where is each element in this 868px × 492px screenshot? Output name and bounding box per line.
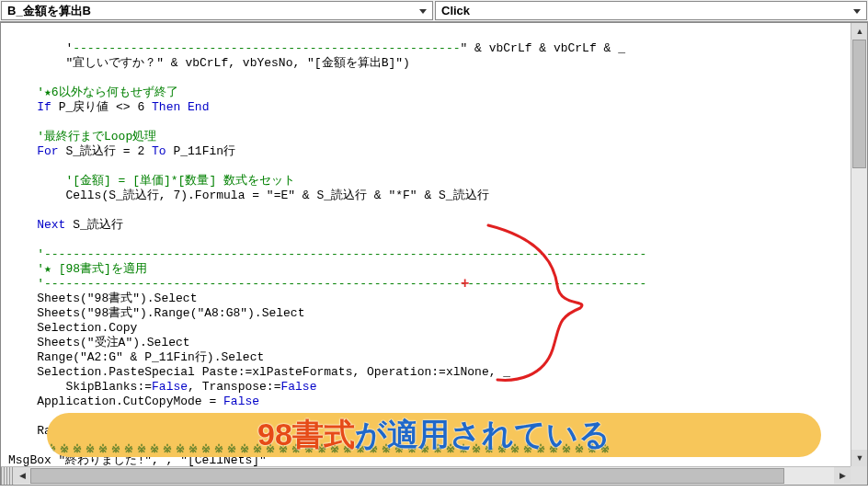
- scroll-up-icon[interactable]: ▲: [851, 23, 868, 40]
- object-selector-dropdown[interactable]: B_金額を算出B: [1, 1, 433, 20]
- horizontal-scroll-track[interactable]: [30, 467, 834, 485]
- scroll-corner: [851, 466, 867, 485]
- scroll-down-icon[interactable]: ▼: [851, 450, 868, 466]
- vertical-scrollbar[interactable]: ▲ ▼: [851, 23, 867, 466]
- caption-rest: が適用されている: [355, 417, 611, 452]
- vertical-scroll-track[interactable]: [851, 40, 867, 450]
- vertical-scroll-thumb[interactable]: [852, 40, 866, 168]
- dropdown-bar: B_金額を算出B Click: [0, 0, 868, 22]
- event-selector-value: Click: [441, 4, 470, 17]
- scroll-left-icon[interactable]: ◀: [14, 467, 30, 484]
- horizontal-scroll-thumb[interactable]: [30, 468, 784, 484]
- caption-highlight: 98書式: [257, 417, 355, 452]
- split-handle[interactable]: [1, 467, 14, 485]
- scroll-right-icon[interactable]: ▶: [834, 467, 851, 484]
- object-selector-value: B_金額を算出B: [7, 3, 91, 19]
- horizontal-scrollbar[interactable]: ◀ ▶: [1, 466, 851, 485]
- caption-banner: ※※※※※※※※※※※※※※※※※※※※※※※※※※※※※※※※※※※※※※※※…: [47, 413, 821, 457]
- code-editor[interactable]: '---------------------------------------…: [0, 22, 868, 486]
- event-selector-dropdown[interactable]: Click: [435, 1, 867, 20]
